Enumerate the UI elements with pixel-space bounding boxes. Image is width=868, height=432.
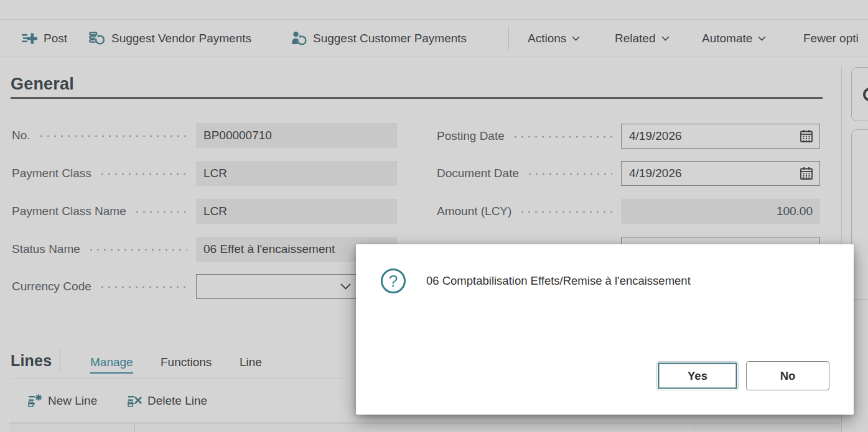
payment-class-name-label: Payment Class Name [12,205,126,218]
related-menu-label: Related [615,32,656,45]
posting-date-value: 4/19/2026 [629,129,682,143]
field-row-payment-class: Payment Class LCR [12,161,397,186]
leader-dots [99,286,187,288]
general-section-underline [11,97,823,99]
post-icon [22,31,38,46]
currency-code-label: Currency Code [12,280,91,293]
factbox-card [851,129,868,300]
field-row-posting-date: Posting Date 4/19/2026 [437,124,820,149]
suggest-customer-payments-icon [291,30,307,46]
field-row-status-name: Status Name 06 Effet à l'encaissement [12,237,397,262]
dialog-buttons: Yes No [656,361,829,390]
fewer-options-label: Fewer opti [803,32,859,45]
question-icon: ? [381,269,406,293]
field-row-document-date: Document Date 4/19/2026 [437,161,820,186]
leader-dots [88,249,187,251]
leader-dots [134,211,187,213]
actions-menu[interactable]: Actions [528,20,580,57]
new-line-button[interactable]: New Line [28,393,97,408]
leader-dots [99,173,187,175]
leader-dots [519,211,612,213]
commandbar-divider [0,57,868,57]
suggest-vendor-payments-button[interactable]: Suggest Vendor Payments [89,20,251,57]
post-label: Post [44,32,67,45]
field-row-amount-lcy: Amount (LCY) 100.00 [437,199,820,224]
automate-menu[interactable]: Automate [702,20,766,57]
suggest-vendor-payments-icon [89,30,106,46]
payment-class-name-value: LCR [196,199,397,224]
tab-line[interactable]: Line [240,356,262,369]
no-button[interactable]: No [746,361,829,390]
posting-date-input[interactable]: 4/19/2026 [621,124,820,149]
related-menu[interactable]: Related [615,20,670,57]
tab-functions[interactable]: Functions [161,356,212,369]
field-row-currency-code: Currency Code [12,274,397,299]
amount-lcy-label: Amount (LCY) [437,205,511,218]
chevron-down-icon [661,36,670,41]
lines-section-title: Lines [11,352,52,370]
delete-line-button[interactable]: Delete Line [128,393,207,408]
confirmation-dialog: ? 06 Comptabilisation Effets/Remise à l'… [356,244,854,415]
field-row-no: No. BP00000710 [12,123,397,148]
actions-menu-label: Actions [528,32,566,45]
dialog-body: ? 06 Comptabilisation Effets/Remise à l'… [381,269,835,293]
chevron-down-icon[interactable] [340,283,351,290]
document-date-label: Document Date [437,167,519,180]
suggest-customer-payments-button[interactable]: Suggest Customer Payments [291,20,467,57]
delete-line-label: Delete Line [147,394,207,408]
tab-manage[interactable]: Manage [90,356,133,374]
amount-lcy-value: 100.00 [621,199,820,224]
leader-dots [38,135,187,137]
document-date-input[interactable]: 4/19/2026 [621,161,820,186]
command-bar: Post Suggest Vendor Payments [0,20,868,57]
posting-date-label: Posting Date [437,129,505,143]
fewer-options-button[interactable]: Fewer opti [803,20,859,57]
grid-column-divider [694,423,694,432]
suggest-customer-payments-label: Suggest Customer Payments [313,32,467,45]
status-name-label: Status Name [12,242,80,256]
general-section-title: General [11,75,74,94]
new-line-label: New Line [48,394,97,408]
lines-toolbar-divider [11,379,347,379]
grid-column-divider [134,423,135,432]
lines-title-separator [60,349,60,373]
field-row-payment-class-name: Payment Class Name LCR [12,199,397,224]
leader-dots [526,173,612,175]
new-line-icon [28,393,42,408]
dialog-message: 06 Comptabilisation Effets/Remise à l'en… [426,274,691,288]
suggest-vendor-payments-label: Suggest Vendor Payments [111,32,251,45]
leader-dots [512,136,612,138]
calendar-icon[interactable] [800,167,813,180]
chevron-down-icon [572,36,580,41]
document-date-value: 4/19/2026 [629,167,682,180]
automate-menu-label: Automate [702,32,752,45]
payment-class-value: LCR [196,161,397,186]
delete-line-icon [128,393,142,408]
yes-button[interactable]: Yes [656,361,739,390]
post-button[interactable]: Post [22,20,67,57]
command-bar-separator [508,27,509,50]
no-label: No. [12,129,30,142]
payment-class-label: Payment Class [12,167,91,180]
no-value: BP00000710 [196,123,397,148]
calendar-icon[interactable] [800,129,813,143]
chevron-down-icon [758,36,766,41]
